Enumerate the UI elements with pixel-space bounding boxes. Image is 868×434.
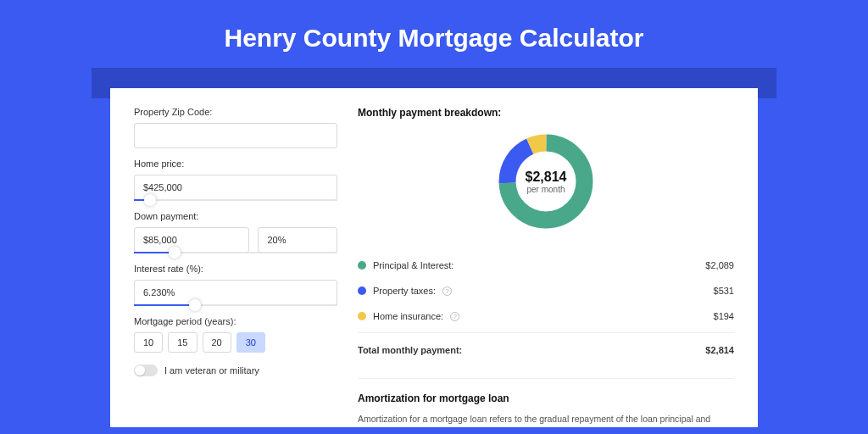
period-button-20[interactable]: 20 [203, 332, 231, 353]
breakdown-value: $531 [714, 286, 734, 296]
home-price-label: Home price: [134, 159, 337, 169]
zip-label: Property Zip Code: [134, 107, 337, 117]
home-price-group: Home price: [134, 159, 337, 201]
down-payment-group: Down payment: [134, 211, 337, 253]
breakdown-label: Home insurance: [373, 311, 443, 321]
period-group: Mortgage period (years): 10152030 [134, 316, 337, 353]
breakdown-row: Home insurance:?$194 [358, 303, 734, 329]
amortization-section: Amortization for mortgage loan Amortizat… [358, 378, 734, 427]
breakdown-value: $2,089 [705, 260, 734, 270]
total-label: Total monthly payment: [358, 345, 462, 355]
breakdown-row: Property taxes:?$531 [358, 278, 734, 303]
slider-thumb[interactable] [169, 247, 181, 259]
breakdown-label: Principal & Interest: [373, 260, 453, 270]
breakdown-title: Monthly payment breakdown: [358, 107, 734, 119]
rate-input[interactable] [134, 280, 337, 305]
home-price-slider[interactable] [134, 199, 337, 201]
slider-thumb[interactable] [144, 194, 156, 206]
info-icon[interactable]: ? [442, 287, 452, 296]
legend-dot [358, 261, 366, 270]
period-row: 10152030 [134, 332, 337, 353]
zip-group: Property Zip Code: [134, 107, 337, 148]
payment-donut-chart: $2,814 per month [495, 131, 597, 232]
rate-slider[interactable] [134, 304, 337, 306]
inputs-column: Property Zip Code: Home price: Down paym… [134, 107, 337, 427]
legend-dot [358, 287, 366, 295]
veteran-label: I am veteran or military [164, 365, 259, 376]
rate-group: Interest rate (%): [134, 264, 337, 306]
breakdown-row: Principal & Interest:$2,089 [358, 253, 734, 278]
donut-wrap: $2,814 per month [358, 131, 734, 232]
legend-dot [358, 312, 366, 320]
slider-fill [134, 304, 195, 306]
breakdown-value: $194 [714, 311, 734, 321]
period-button-10[interactable]: 10 [134, 332, 163, 353]
donut-center: $2,814 per month [495, 131, 597, 232]
down-payment-pct-input[interactable] [258, 227, 337, 253]
period-label: Mortgage period (years): [134, 316, 337, 326]
amortization-text: Amortization for a mortgage loan refers … [358, 413, 734, 427]
results-column: Monthly payment breakdown: $2,814 per mo… [358, 107, 734, 427]
breakdown-list: Principal & Interest:$2,089Property taxe… [358, 253, 734, 363]
veteran-toggle[interactable] [134, 364, 158, 376]
veteran-row: I am veteran or military [134, 364, 337, 376]
amortization-title: Amortization for mortgage loan [358, 392, 734, 404]
page-title: Henry County Mortgage Calculator [0, 0, 868, 68]
total-row: Total monthly payment:$2,814 [358, 332, 734, 363]
rate-label: Interest rate (%): [134, 264, 337, 274]
breakdown-label: Property taxes: [373, 286, 436, 296]
total-value: $2,814 [705, 345, 734, 355]
calculator-card: Property Zip Code: Home price: Down paym… [110, 88, 758, 427]
donut-sub: per month [526, 185, 565, 194]
toggle-knob [135, 365, 145, 376]
info-icon[interactable]: ? [450, 312, 459, 321]
period-button-30[interactable]: 30 [236, 332, 265, 353]
donut-amount: $2,814 [526, 170, 567, 185]
home-price-input[interactable] [134, 175, 337, 200]
down-payment-amount-input[interactable] [134, 227, 249, 253]
down-payment-label: Down payment: [134, 211, 337, 221]
period-button-15[interactable]: 15 [168, 332, 197, 353]
zip-input[interactable] [134, 123, 337, 148]
down-payment-slider[interactable] [134, 252, 337, 253]
slider-thumb[interactable] [189, 299, 201, 311]
